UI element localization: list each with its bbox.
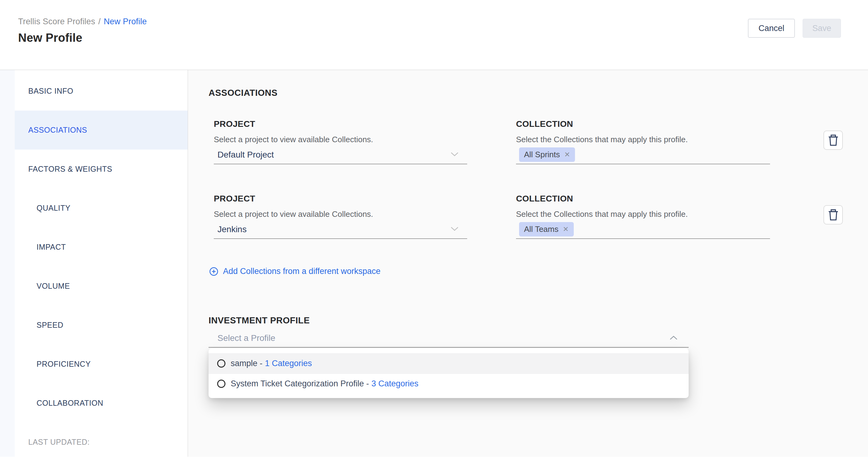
collection-description: Select the Collections that may apply th… [516,135,688,144]
chevron-down-icon [450,226,459,232]
add-collections-label: Add Collections from a different workspa… [223,267,380,276]
delete-association-button[interactable] [824,130,843,150]
collection-tag[interactable]: All Sprints ✕ [519,147,575,162]
project-label: PROJECT [214,119,255,129]
sidebar-item-collaboration[interactable]: COLLABORATION [15,384,188,423]
categories-link[interactable]: 1 Categories [265,359,312,368]
trellis-profile-page: Trellis Score Profiles/New Profile New P… [0,0,868,457]
section-title: ASSOCIATIONS [209,88,278,98]
trash-icon [828,209,838,221]
add-collections-link[interactable]: Add Collections from a different workspa… [209,267,380,276]
breadcrumb-root[interactable]: Trellis Score Profiles [18,17,95,26]
project-select[interactable]: Default Project [214,146,467,164]
header-actions: Cancel Save [748,0,841,70]
profile-option-system-ticket[interactable]: System Ticket Categorization Profile - 3… [209,373,689,394]
cancel-button[interactable]: Cancel [748,19,795,38]
plus-circle-icon [209,267,218,276]
profile-option-sample[interactable]: sample - 1 Categories [209,353,689,373]
project-select-value: Default Project [217,150,274,160]
chevron-down-icon [450,151,459,157]
breadcrumb-current[interactable]: New Profile [104,17,147,26]
profile-option-name: System Ticket Categorization Profile - [231,379,369,389]
sidebar-item-volume[interactable]: VOLUME [15,267,188,306]
sidebar-item-associations[interactable]: ASSOCIATIONS [15,111,188,150]
header-left: Trellis Score Profiles/New Profile New P… [18,0,147,70]
sidebar-item-proficiency[interactable]: PROFICIENCY [15,344,188,384]
sidebar-item-factors-weights[interactable]: FACTORS & WEIGHTS [15,150,188,189]
sidebar-last-updated-label: LAST UPDATED: [15,423,188,457]
categories-link[interactable]: 3 Categories [371,379,418,389]
delete-association-button[interactable] [824,205,843,224]
collection-label: COLLECTION [516,119,573,129]
sidebar-item-impact[interactable]: IMPACT [15,227,188,267]
profile-select-placeholder: Select a Profile [217,333,275,343]
page-title: New Profile [18,31,147,44]
collection-tag-label: All Teams [524,224,558,234]
left-rail [0,70,15,457]
profile-option-name: sample - [231,359,262,368]
project-label: PROJECT [214,194,255,204]
collection-multiselect[interactable]: All Teams ✕ [516,220,770,239]
chevron-up-icon [669,335,678,341]
breadcrumb-separator: / [98,17,101,26]
collection-description: Select the Collections that may apply th… [516,210,688,219]
collection-multiselect[interactable]: All Sprints ✕ [516,146,770,164]
investment-profile-select[interactable]: Select a Profile [209,329,689,348]
sidebar: BASIC INFO ASSOCIATIONS FACTORS & WEIGHT… [15,70,188,457]
trash-icon [828,134,838,146]
tag-close-icon[interactable]: ✕ [564,151,570,159]
collection-tag[interactable]: All Teams ✕ [519,222,574,237]
page-header: Trellis Score Profiles/New Profile New P… [0,0,868,70]
investment-profile-title: INVESTMENT PROFILE [209,315,310,326]
save-button[interactable]: Save [803,19,841,38]
radio-unchecked-icon[interactable] [217,379,225,388]
radio-unchecked-icon[interactable] [217,359,225,368]
collection-tag-label: All Sprints [524,150,560,159]
sidebar-item-quality[interactable]: QUALITY [15,189,188,227]
project-select-value: Jenkins [217,224,247,234]
tag-close-icon[interactable]: ✕ [563,225,568,234]
project-select[interactable]: Jenkins [214,220,467,239]
sidebar-item-speed[interactable]: SPEED [15,306,188,344]
profile-dropdown: sample - 1 Categories System Ticket Cate… [209,348,689,398]
project-description: Select a project to view available Colle… [214,135,373,144]
breadcrumb: Trellis Score Profiles/New Profile [18,17,147,26]
associations-panel: ASSOCIATIONS PROJECT Select a project to… [188,70,868,457]
page-body: BASIC INFO ASSOCIATIONS FACTORS & WEIGHT… [0,70,868,457]
sidebar-item-basic-info[interactable]: BASIC INFO [15,71,188,111]
collection-label: COLLECTION [516,194,573,204]
project-description: Select a project to view available Colle… [214,210,373,219]
